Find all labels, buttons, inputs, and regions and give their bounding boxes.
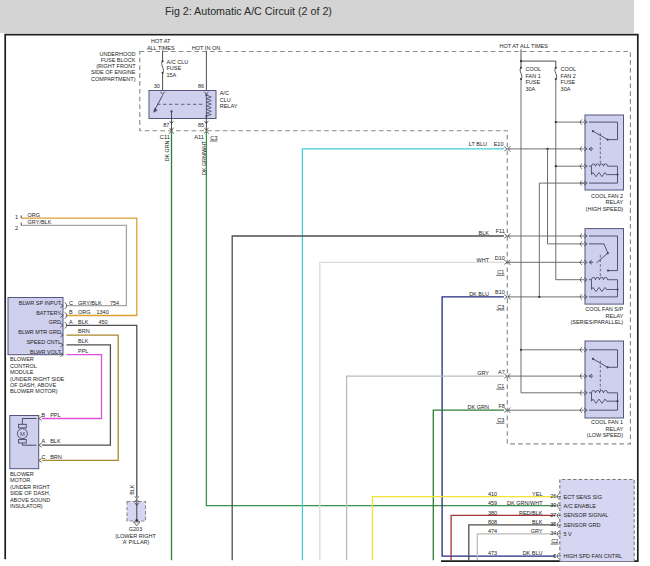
- svg-text:BLK: BLK: [78, 319, 89, 325]
- svg-text:5: 5: [553, 553, 556, 559]
- svg-text:C11: C11: [160, 134, 170, 140]
- svg-text:35: 35: [550, 521, 556, 527]
- svg-text:(UNDER RIGHT: (UNDER RIGHT: [10, 484, 51, 490]
- svg-text:E10: E10: [494, 141, 504, 147]
- svg-text:HIGH SPD FAN CNTRL: HIGH SPD FAN CNTRL: [564, 553, 623, 559]
- svg-text:15A: 15A: [167, 72, 177, 78]
- svg-text:C1: C1: [497, 383, 504, 389]
- svg-text:A/C: A/C: [220, 90, 229, 96]
- svg-text:M: M: [20, 431, 25, 437]
- svg-text:CLU: CLU: [220, 97, 231, 103]
- svg-text:ECT SENS SIG: ECT SENS SIG: [564, 494, 602, 500]
- svg-text:DK GRN: DK GRN: [164, 140, 170, 161]
- svg-text:BLK: BLK: [50, 438, 61, 444]
- svg-text:‘A’ PILLAR): ‘A’ PILLAR): [122, 539, 150, 545]
- svg-text:Fig 2: Automatic A/C Circuit (: Fig 2: Automatic A/C Circuit (2 of 2): [165, 5, 332, 17]
- svg-text:39: 39: [550, 502, 556, 508]
- svg-text:B: B: [42, 412, 46, 418]
- svg-text:RELAY: RELAY: [220, 103, 238, 109]
- svg-text:B: B: [69, 309, 73, 315]
- svg-text:BLWR MTR GRD: BLWR MTR GRD: [18, 329, 61, 335]
- svg-text:SIDE OF DASH,: SIDE OF DASH,: [10, 490, 51, 496]
- svg-text:(SERIES/PARALLEL): (SERIES/PARALLEL): [570, 319, 623, 325]
- svg-text:C2: C2: [551, 538, 558, 544]
- svg-text:ORG: ORG: [28, 212, 41, 218]
- svg-text:473: 473: [488, 550, 497, 556]
- svg-text:C1: C1: [497, 269, 504, 275]
- svg-text:HOT AT: HOT AT: [151, 38, 171, 44]
- svg-text:COOL: COOL: [526, 66, 542, 72]
- svg-text:C: C: [69, 300, 73, 306]
- svg-text:BLOWER: BLOWER: [10, 471, 34, 477]
- svg-text:F11: F11: [496, 228, 505, 234]
- svg-text:5 V: 5 V: [564, 531, 573, 537]
- svg-text:BRN: BRN: [78, 328, 90, 334]
- svg-text:CONTROL: CONTROL: [10, 363, 37, 369]
- svg-text:A/C ENABLE: A/C ENABLE: [564, 503, 597, 509]
- svg-text:474: 474: [488, 528, 497, 534]
- svg-text:FUSE: FUSE: [167, 65, 182, 71]
- svg-text:DK GRN: DK GRN: [468, 404, 489, 410]
- svg-text:WHT: WHT: [476, 257, 489, 263]
- svg-text:GRD: GRD: [49, 319, 61, 325]
- svg-text:COOL FAN 1: COOL FAN 1: [591, 419, 623, 425]
- svg-text:GRY/BLK: GRY/BLK: [78, 300, 102, 306]
- svg-text:ALL TIMES: ALL TIMES: [147, 45, 175, 51]
- svg-text:A: A: [69, 319, 73, 325]
- svg-text:LT BLU: LT BLU: [469, 141, 487, 147]
- svg-text:30A: 30A: [526, 86, 536, 92]
- svg-text:808: 808: [488, 519, 497, 525]
- svg-text:HOT IN ON: HOT IN ON: [192, 45, 220, 51]
- svg-text:380: 380: [488, 510, 497, 516]
- svg-text:GRY: GRY: [531, 528, 543, 534]
- svg-text:COOL FAN S/P: COOL FAN S/P: [585, 306, 623, 312]
- svg-text:C3: C3: [497, 417, 504, 423]
- svg-text:SENSOR GRD: SENSOR GRD: [564, 522, 601, 528]
- svg-text:C: C: [42, 454, 46, 460]
- svg-text:BLK: BLK: [129, 484, 135, 494]
- svg-text:COOL: COOL: [561, 66, 577, 72]
- svg-text:YEL: YEL: [532, 491, 542, 497]
- svg-text:BATTERY: BATTERY: [36, 310, 61, 316]
- svg-text:MOTOR: MOTOR: [10, 477, 30, 483]
- svg-text:BLOWER: BLOWER: [10, 356, 34, 362]
- svg-text:FUSE: FUSE: [526, 79, 541, 85]
- svg-text:BLK: BLK: [532, 519, 543, 525]
- svg-text:B10: B10: [495, 289, 505, 295]
- svg-text:RED/BLK: RED/BLK: [519, 510, 543, 516]
- svg-text:A7: A7: [498, 369, 505, 375]
- svg-text:BLK: BLK: [479, 230, 490, 236]
- svg-text:34: 34: [550, 530, 556, 536]
- svg-text:BLWR SP INPUT: BLWR SP INPUT: [19, 300, 62, 306]
- svg-text:410: 410: [488, 491, 497, 497]
- svg-text:COOL FAN 2: COOL FAN 2: [591, 193, 623, 199]
- svg-text:HOT AT ALL TIMES: HOT AT ALL TIMES: [500, 43, 549, 49]
- svg-text:RELAY: RELAY: [606, 199, 624, 205]
- svg-text:(HIGH SPEED): (HIGH SPEED): [586, 206, 624, 212]
- svg-text:27: 27: [550, 512, 556, 518]
- svg-text:450: 450: [99, 319, 108, 325]
- svg-text:G203: G203: [129, 526, 142, 532]
- svg-text:ABOVE SOUND: ABOVE SOUND: [10, 497, 50, 503]
- svg-text:C3: C3: [497, 304, 504, 310]
- svg-text:C3: C3: [210, 135, 217, 141]
- svg-text:30: 30: [154, 83, 160, 89]
- svg-text:(LOW SPEED): (LOW SPEED): [587, 432, 624, 438]
- svg-text:BLOWER MOTOR): BLOWER MOTOR): [10, 388, 58, 394]
- svg-text:D10: D10: [495, 255, 505, 261]
- svg-text:26: 26: [550, 493, 556, 499]
- svg-text:(UNDER RIGHT SIDE: (UNDER RIGHT SIDE: [10, 376, 65, 382]
- svg-text:F8: F8: [498, 403, 504, 409]
- svg-text:459: 459: [488, 500, 497, 506]
- svg-text:DK GRN/WHT: DK GRN/WHT: [507, 500, 543, 506]
- svg-text:COMPARTMENT): COMPARTMENT): [91, 76, 136, 82]
- svg-text:RELAY: RELAY: [606, 313, 624, 319]
- svg-text:BLWR VOLT: BLWR VOLT: [30, 349, 62, 355]
- svg-text:A: A: [42, 438, 46, 444]
- svg-text:(LOWER RIGHT: (LOWER RIGHT: [115, 533, 156, 539]
- svg-text:ORG: ORG: [78, 309, 91, 315]
- svg-text:85: 85: [198, 122, 204, 128]
- svg-text:BLK: BLK: [78, 338, 89, 344]
- svg-text:PPL: PPL: [50, 412, 60, 418]
- svg-text:A/C CLU: A/C CLU: [167, 59, 189, 65]
